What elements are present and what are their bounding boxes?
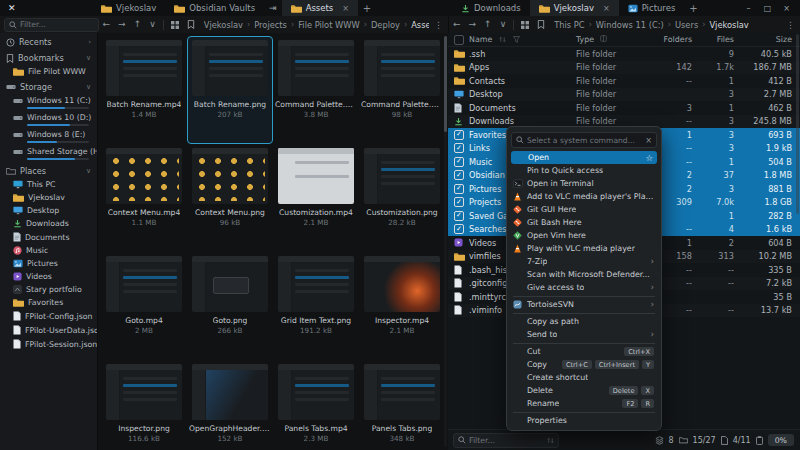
tab-close-icon[interactable]: × [603,4,610,13]
sidebar-item-desktop[interactable]: Desktop [0,204,97,217]
menu-item-tortoisesvn[interactable]: TortoiseSVN› [507,298,661,311]
menu-item-open-vim-here[interactable]: Open Vim here [507,229,661,242]
chevron-icon[interactable]: › [88,38,91,46]
menu-item-create-shortcut[interactable]: Create shortcut [507,371,661,384]
sidebar-item-shared-storage-h[interactable]: Shared Storage (H:) [0,145,97,162]
row-checkbox-checked[interactable]: ✓ [454,157,464,167]
grid-item-inspector-png[interactable]: Inspector.png116.6 kB [101,360,187,450]
row-checkbox-checked[interactable]: ✓ [454,143,464,153]
column-files[interactable]: Files [692,35,734,44]
menu-item-scan-with-microsoft-defender[interactable]: Scan with Microsoft Defender... [507,268,661,281]
row-checkbox-checked[interactable]: ✓ [454,184,464,194]
breadcrumb-item[interactable]: Windows 11 (C:) [596,20,664,30]
table-row-documents[interactable]: DocumentsFile folder31462 B [448,101,800,115]
sidebar-item-stary-portfolio[interactable]: Stary portfolio [0,283,97,296]
list-scrollbar-thumb[interactable] [796,34,799,214]
table-row-desktop[interactable]: DesktopFile folder32.7 MB [448,88,800,102]
sidebar-item-windows-8-e[interactable]: Windows 8 (E:) [0,128,97,145]
menu-item-copy[interactable]: CopyCtrl+CCtrl+InsertY [507,358,661,371]
sidebar-section-bookmarks[interactable]: Bookmarks∨ [0,49,97,65]
table-row-apps[interactable]: AppsFile folder1421.7k186.7 MB [448,61,800,75]
menu-item-send-to[interactable]: Send to› [507,328,661,341]
tab-assets[interactable]: Assets× [282,0,358,16]
grid-item-context-menu-mp4[interactable]: Context Menu.mp41.1 MB [101,144,187,252]
menu-item-give-access-to[interactable]: Give access to› [507,281,661,294]
up-button[interactable]: ↑ [130,16,146,33]
new-tab-button[interactable]: + [358,0,376,16]
breadcrumb-item[interactable]: Deploy [371,20,400,30]
menu-item-open[interactable]: Open☆ [511,151,657,164]
sidebar-item-pictures[interactable]: Pictures [0,257,97,270]
bookmark-icon[interactable] [183,20,199,29]
history-dropdown-icon[interactable]: ∨ [145,16,160,33]
menu-item-7-zip[interactable]: 7-Zip› [507,255,661,268]
sidebar-item-favorites[interactable]: Favorites [0,296,97,309]
sidebar-section-recents[interactable]: Recents› [0,33,97,49]
new-tab-button[interactable]: + [684,0,702,16]
close-button[interactable]: × [777,0,796,16]
grid-scrollbar[interactable] [444,36,447,447]
breadcrumb-item[interactable]: Projects [254,20,287,30]
sidebar-item-fpilot-session-json[interactable]: FPilot-Session.json [0,337,97,351]
tab-vjekoslav[interactable]: Vjekoslav [92,0,165,16]
maximize-button[interactable]: □ [758,0,777,16]
chevron-icon[interactable]: ∨ [86,83,91,91]
grid-item-batch-rename-mp4[interactable]: Batch Rename.mp41.4 MB [101,36,187,144]
breadcrumb-item[interactable]: Assets [411,20,429,30]
table-row-ssh[interactable]: .sshFile folder940.5 kB [448,47,800,61]
select-all-checkbox[interactable] [454,35,464,45]
usage-pill[interactable]: 0% [768,434,794,446]
row-checkbox-checked[interactable]: ✓ [454,224,464,234]
sidebar-item-fpilot-config-json[interactable]: FPilot-Config.json [0,309,97,323]
menu-item-add-to-vlc-media-player-s-playlist[interactable]: Add to VLC media player's Playlist [507,190,661,203]
bookmark-icon[interactable] [533,20,549,29]
forward-button[interactable]: → [465,16,481,33]
menu-item-cut[interactable]: CutCtrl+X [507,345,661,358]
menu-item-copy-as-path[interactable]: Copy as path [507,315,661,328]
grid-item-panels-tabs-mp4[interactable]: Panels Tabs.mp42.3 MB [273,360,359,450]
sidebar-filter-input[interactable]: Filter... [4,18,99,32]
grid-item-inspector-mp4[interactable]: Inspector.mp42.1 MB [359,252,445,360]
sidebar-item-windows-11-c[interactable]: Windows 11 (C:) [0,94,97,111]
sort-icon[interactable] [499,36,506,43]
overflow-menu-icon[interactable]: ⋮ [781,20,800,30]
tab-vjekoslav[interactable]: Vjekoslav× [530,0,619,16]
list-filter-input[interactable]: Filter... [453,433,559,448]
grid-item-opengraphheader-png[interactable]: OpenGraphHeader.png152 kB [187,360,273,450]
history-dropdown-icon[interactable]: ∨ [496,16,511,33]
grid-item-goto-png[interactable]: Goto.png266 kB [187,252,273,360]
grid-item-customization-png[interactable]: Customization.png28.2 kB [359,144,445,252]
grid-item-panels-tabs-png[interactable]: Panels Tabs.png348 kB [359,360,445,450]
sidebar-item-videos[interactable]: Videos [0,270,97,283]
grid-item-command-palette-mp4[interactable]: Command Palette.mp43.8 MB [273,36,359,144]
tab-pictures[interactable]: Pictures [619,0,685,16]
sidebar-item-downloads[interactable]: Downloads [0,217,97,230]
menu-item-rename[interactable]: RenameF2R [507,397,661,410]
column-type[interactable]: Type [576,35,594,44]
view-grid-icon[interactable] [517,21,533,29]
grid-item-context-menu-png[interactable]: Context Menu.png96 kB [187,144,273,252]
row-checkbox-checked[interactable]: ✓ [454,170,464,180]
view-grid-icon[interactable] [167,21,183,29]
breadcrumb-item[interactable]: Users [675,20,698,30]
close-icon[interactable]: × [645,136,652,145]
table-row-contacts[interactable]: ContactsFile folder--1412 B [448,74,800,88]
row-checkbox-checked[interactable]: ✓ [454,130,464,140]
command-search-input[interactable]: Select a system command... × [511,132,657,148]
breadcrumb-item[interactable]: Vjekoslav [709,20,748,30]
breadcrumb-item[interactable]: File Pilot WWW [298,20,360,30]
tab-obsidian-vaults[interactable]: Obsidian Vaults [165,0,264,16]
filter-funnel-icon[interactable] [513,36,520,43]
menu-item-delete[interactable]: DeleteDeleteX [507,384,661,397]
menu-item-git-gui-here[interactable]: Git GUI Here [507,203,661,216]
grid-item-batch-rename-png[interactable]: Batch Rename.png207 kB [187,36,273,144]
sidebar-item-windows-10-d[interactable]: Windows 10 (D:) [0,111,97,128]
overflow-menu-icon[interactable]: ⋮ [429,20,448,30]
column-name[interactable]: Name [469,35,492,44]
sidebar-item-music[interactable]: Music [0,244,97,257]
grid-item-grid-item-text-png[interactable]: Grid Item Text.png191.2 kB [273,252,359,360]
sidebar-item-this-pc[interactable]: This PC [0,178,97,191]
grid-item-goto-mp4[interactable]: Goto.mp42 MB [101,252,187,360]
sidebar-item-documents[interactable]: Documents [0,230,97,244]
filter-options-icon[interactable] [547,437,554,444]
